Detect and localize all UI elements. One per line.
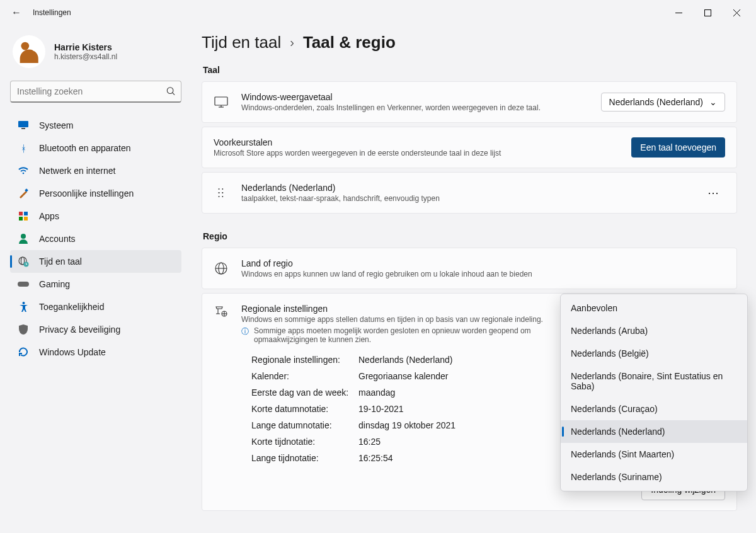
nav-item-label: Netwerk en internet xyxy=(39,166,115,176)
update-icon xyxy=(18,347,29,358)
regional-detail-key: Kalender: xyxy=(251,371,358,381)
search-box[interactable] xyxy=(10,81,181,103)
svg-rect-11 xyxy=(25,188,28,192)
search-icon xyxy=(166,86,175,97)
regional-info-text: Sommige apps moeten mogelijk worden gesl… xyxy=(254,326,550,344)
regional-format-option[interactable]: Nederlands (België) xyxy=(561,342,747,365)
regional-format-option[interactable]: Nederlands (Aruba) xyxy=(561,319,747,342)
profile-email: h.kisters@xs4all.nl xyxy=(54,52,117,61)
shield-icon xyxy=(18,324,29,335)
regional-format-option[interactable]: Nederlands (Suriname) xyxy=(561,466,747,488)
sidebar: Harrie Kisters h.kisters@xs4all.nl Syste… xyxy=(0,25,189,533)
close-button[interactable] xyxy=(722,3,751,23)
minimize-button[interactable] xyxy=(664,3,693,23)
window-title: Instellingen xyxy=(33,8,71,17)
drag-handle-icon[interactable]: ∷∷ xyxy=(214,189,229,197)
regional-format-option[interactable]: Nederlands (Curaçao) xyxy=(561,398,747,420)
info-icon: ⓘ xyxy=(241,326,249,337)
nav-item-bluetooth[interactable]: ᚼBluetooth en apparaten xyxy=(10,137,181,159)
globe-clock-icon xyxy=(18,256,29,267)
regional-detail-value: Gregoriaanse kalender xyxy=(358,371,448,381)
maximize-button[interactable] xyxy=(693,3,722,23)
nav-item-label: Bluetooth en apparaten xyxy=(39,143,131,153)
svg-rect-9 xyxy=(21,128,25,129)
preferred-languages-card: Voorkeurstalen Microsoft Store apps word… xyxy=(202,127,737,168)
svg-rect-14 xyxy=(19,217,23,221)
nav-item-label: Gaming xyxy=(39,279,70,289)
add-language-button[interactable]: Een taal toevoegen xyxy=(631,137,725,158)
language-item-name: Nederlands (Nederland) xyxy=(241,183,690,193)
regional-detail-value: 16:25:54 xyxy=(358,453,393,463)
nav-item-label: Persoonlijke instellingen xyxy=(39,188,134,198)
apps-icon xyxy=(18,210,29,222)
breadcrumb-current: Taal & regio xyxy=(303,33,396,52)
globe-icon xyxy=(214,262,229,275)
display-language-card: Windows-weergavetaal Windows-onderdelen,… xyxy=(202,81,737,123)
nav-item-brush[interactable]: Persoonlijke instellingen xyxy=(10,182,181,205)
more-options-button[interactable]: ⋯ xyxy=(702,183,725,202)
nav-item-update[interactable]: Windows Update xyxy=(10,341,181,364)
language-item[interactable]: ∷∷ Nederlands (Nederland) taalpakket, te… xyxy=(202,172,737,214)
monitor-icon xyxy=(18,120,29,131)
display-language-value: Nederlands (Nederland) xyxy=(609,97,703,107)
nav-list: SysteemᚼBluetooth en apparatenNetwerk en… xyxy=(10,114,181,364)
nav-item-label: Tijd en taal xyxy=(39,256,82,266)
regional-format-option[interactable]: Nederlands (Nederland) xyxy=(561,420,747,443)
regional-detail-value: maandag xyxy=(358,387,395,398)
accessibility-icon xyxy=(18,301,29,312)
nav-item-label: Apps xyxy=(39,211,59,221)
country-desc: Windows en apps kunnen uw land of regio … xyxy=(241,270,725,278)
chevron-right-icon: › xyxy=(290,35,294,50)
nav-item-shield[interactable]: Privacy & beveiliging xyxy=(10,318,181,341)
nav-item-accessibility[interactable]: Toegankelijkheid xyxy=(10,295,181,318)
regional-detail-value: 16:25 xyxy=(358,437,381,447)
regional-detail-key: Korte datumnotatie: xyxy=(251,404,358,414)
breadcrumb-parent[interactable]: Tijd en taal xyxy=(202,33,281,52)
window-controls xyxy=(664,3,751,23)
svg-rect-13 xyxy=(24,212,28,215)
nav-item-label: Toegankelijkheid xyxy=(39,302,105,312)
person-icon xyxy=(18,233,29,244)
nav-item-globe-clock[interactable]: Tijd en taal xyxy=(10,250,181,273)
svg-rect-8 xyxy=(18,121,28,127)
regional-detail-value: 19-10-2021 xyxy=(358,404,404,414)
regional-format-option[interactable]: Aanbevolen xyxy=(561,297,747,319)
profile-name: Harrie Kisters xyxy=(54,42,117,52)
preferred-languages-title: Voorkeurstalen xyxy=(214,137,619,147)
search-input[interactable] xyxy=(10,81,181,103)
regional-format-popup: AanbevolenNederlands (Aruba)Nederlands (… xyxy=(560,294,748,491)
country-region-card[interactable]: Land of regio Windows en apps kunnen uw … xyxy=(202,248,737,289)
display-language-dropdown[interactable]: Nederlands (Nederland) ⌄ xyxy=(601,93,725,112)
svg-rect-20 xyxy=(18,282,29,287)
nav-item-label: Windows Update xyxy=(39,347,106,357)
gamepad-icon xyxy=(18,278,29,290)
nav-item-apps[interactable]: Apps xyxy=(10,205,181,227)
back-button[interactable]: ← xyxy=(5,7,28,18)
section-language-header: Taal xyxy=(203,65,737,75)
svg-point-16 xyxy=(21,234,26,239)
svg-line-7 xyxy=(173,93,175,95)
monitor-icon xyxy=(214,96,229,108)
regional-format-option[interactable]: Nederlands (Bonaire, Sint Eustatius en S… xyxy=(561,365,747,398)
svg-point-6 xyxy=(167,87,173,93)
regional-detail-value: dinsdag 19 oktober 2021 xyxy=(358,420,455,430)
nav-item-person[interactable]: Accounts xyxy=(10,227,181,250)
svg-point-21 xyxy=(22,302,25,304)
nav-item-label: Privacy & beveiliging xyxy=(39,324,120,335)
svg-point-10 xyxy=(23,173,25,175)
display-language-desc: Windows-onderdelen, zoals Instellingen e… xyxy=(241,103,588,112)
nav-item-monitor[interactable]: Systeem xyxy=(10,114,181,137)
nav-item-gamepad[interactable]: Gaming xyxy=(10,273,181,295)
wifi-icon xyxy=(18,165,29,176)
svg-rect-1 xyxy=(704,9,711,16)
profile[interactable]: Harrie Kisters h.kisters@xs4all.nl xyxy=(10,32,181,81)
brush-icon xyxy=(18,188,29,199)
regional-format-option[interactable]: Nederlands (Sint Maarten) xyxy=(561,443,747,466)
regional-detail-key: Lange datumnotatie: xyxy=(251,420,358,430)
main-content: Tijd en taal › Taal & regio Taal Windows… xyxy=(189,25,756,533)
svg-point-5 xyxy=(32,45,38,51)
regional-detail-key: Lange tijdnotatie: xyxy=(251,453,358,463)
nav-item-wifi[interactable]: Netwerk en internet xyxy=(10,159,181,182)
display-language-title: Windows-weergavetaal xyxy=(241,92,588,102)
country-title: Land of regio xyxy=(241,258,725,268)
